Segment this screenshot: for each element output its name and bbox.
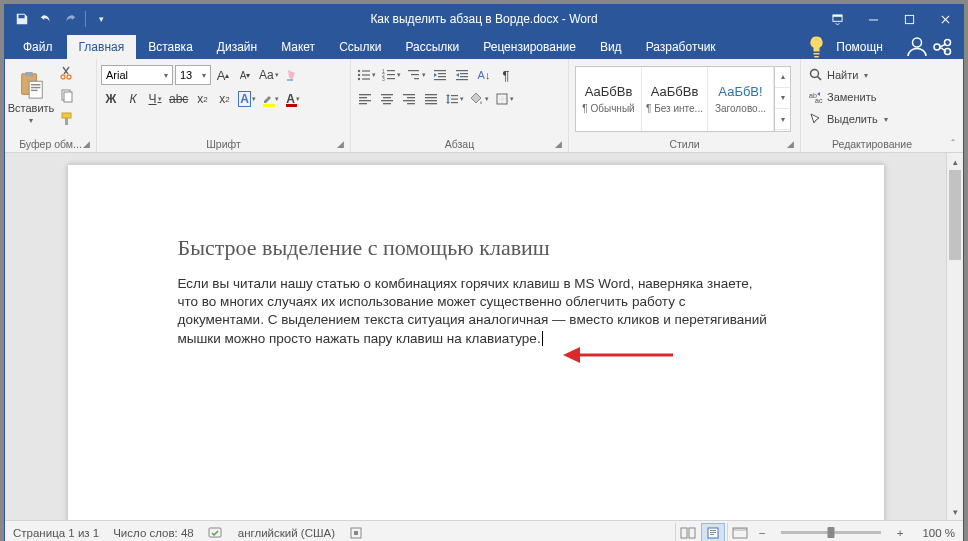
zoom-level[interactable]: 100 % [911, 527, 955, 539]
font-size-combo[interactable]: 13▾ [175, 65, 211, 85]
account-icon[interactable] [905, 35, 929, 59]
tell-me-icon[interactable] [806, 35, 830, 59]
clear-formatting-icon[interactable] [283, 65, 303, 85]
clipboard-dialog-launcher-icon[interactable]: ◢ [83, 139, 90, 149]
multilevel-list-icon[interactable]: ▾ [405, 65, 428, 85]
group-styles: АаБбВв ¶ Обычный АаБбВв ¶ Без инте... Аа… [569, 59, 801, 152]
cut-icon[interactable] [57, 63, 77, 83]
status-macro-icon[interactable] [349, 526, 363, 540]
font-name-combo[interactable]: Arial▾ [101, 65, 173, 85]
bold-button[interactable]: Ж [101, 89, 121, 109]
svg-rect-40 [359, 94, 371, 95]
style-heading1[interactable]: АаБбВ! Заголово... [708, 67, 774, 131]
scroll-down-icon[interactable]: ▾ [947, 503, 963, 520]
shrink-font-icon[interactable]: A▾ [235, 65, 255, 85]
change-case-icon[interactable]: Aa▾ [257, 65, 281, 85]
tab-review[interactable]: Рецензирование [471, 35, 588, 59]
highlight-color-icon[interactable]: ▾ [260, 89, 281, 109]
share-icon[interactable] [931, 35, 955, 59]
style-normal[interactable]: АаБбВв ¶ Обычный [576, 67, 642, 131]
align-left-icon[interactable] [355, 89, 375, 109]
maximize-icon[interactable] [891, 5, 927, 33]
status-proofing-icon[interactable] [208, 526, 224, 540]
page[interactable]: Быстрое выделение с помощью клавиш Если … [68, 165, 884, 520]
align-right-icon[interactable] [399, 89, 419, 109]
strikethrough-button[interactable]: abc [167, 89, 190, 109]
svg-rect-54 [425, 100, 437, 101]
redo-icon[interactable] [59, 8, 81, 30]
undo-icon[interactable] [35, 8, 57, 30]
collapse-ribbon-icon[interactable]: ˆ [943, 59, 963, 152]
tab-developer[interactable]: Разработчик [634, 35, 728, 59]
tab-design[interactable]: Дизайн [205, 35, 269, 59]
svg-point-17 [358, 70, 360, 72]
status-words[interactable]: Число слов: 48 [113, 527, 194, 539]
svg-rect-47 [383, 103, 391, 104]
paragraph-dialog-launcher-icon[interactable]: ◢ [555, 139, 562, 149]
status-page[interactable]: Страница 1 из 1 [13, 527, 99, 539]
replace-button[interactable]: abacЗаменить [807, 87, 878, 107]
styles-more[interactable]: ▴▾▾ [774, 67, 790, 131]
superscript-icon[interactable]: x2 [214, 89, 234, 109]
svg-point-4 [913, 38, 922, 47]
tab-insert[interactable]: Вставка [136, 35, 205, 59]
show-marks-icon[interactable]: ¶ [496, 65, 516, 85]
svg-rect-53 [425, 97, 437, 98]
document-scroll[interactable]: Быстрое выделение с помощью клавиш Если … [5, 153, 946, 520]
increase-indent-icon[interactable] [452, 65, 472, 85]
tab-mailings[interactable]: Рассылки [393, 35, 471, 59]
qat-customize-icon[interactable]: ▾ [90, 8, 112, 30]
zoom-in-icon[interactable]: + [891, 527, 909, 539]
ribbon-tabs: Файл Главная Вставка Дизайн Макет Ссылки… [5, 33, 963, 59]
shading-icon[interactable]: ▾ [468, 89, 491, 109]
style-no-spacing[interactable]: АаБбВв ¶ Без инте... [642, 67, 708, 131]
borders-icon[interactable]: ▾ [493, 89, 516, 109]
view-print-icon[interactable] [701, 523, 725, 542]
subscript-icon[interactable]: x2 [192, 89, 212, 109]
grow-font-icon[interactable]: A▴ [213, 65, 233, 85]
line-spacing-icon[interactable]: ▾ [443, 89, 466, 109]
styles-dialog-launcher-icon[interactable]: ◢ [787, 139, 794, 149]
find-button[interactable]: Найти▾ [807, 65, 870, 85]
justify-icon[interactable] [421, 89, 441, 109]
decrease-indent-icon[interactable] [430, 65, 450, 85]
italic-button[interactable]: К [123, 89, 143, 109]
font-color-icon[interactable]: A▾ [283, 89, 303, 109]
close-icon[interactable] [927, 5, 963, 33]
paste-button[interactable]: Вставить ▾ [9, 63, 53, 131]
tell-me-label[interactable]: Помощн [836, 40, 883, 54]
font-dialog-launcher-icon[interactable]: ◢ [337, 139, 344, 149]
scroll-track[interactable] [947, 170, 963, 503]
view-read-icon[interactable] [675, 523, 699, 542]
vertical-scrollbar[interactable]: ▴ ▾ [946, 153, 963, 520]
format-painter-icon[interactable] [57, 109, 77, 129]
zoom-slider[interactable] [781, 531, 881, 534]
svg-point-21 [358, 78, 360, 80]
tab-layout[interactable]: Макет [269, 35, 327, 59]
text-effects-icon[interactable]: A▾ [236, 89, 258, 109]
save-icon[interactable] [11, 8, 33, 30]
view-web-icon[interactable] [727, 523, 751, 542]
ribbon-options-icon[interactable] [819, 5, 855, 33]
title-bar: ▾ Как выделить абзац в Ворде.docx - Word [5, 5, 963, 33]
numbering-icon[interactable]: 123▾ [380, 65, 403, 85]
tab-home[interactable]: Главная [67, 35, 137, 59]
underline-button[interactable]: Ч▾ [145, 89, 165, 109]
bullets-icon[interactable]: ▾ [355, 65, 378, 85]
minimize-icon[interactable] [855, 5, 891, 33]
tab-view[interactable]: Вид [588, 35, 634, 59]
tab-references[interactable]: Ссылки [327, 35, 393, 59]
scroll-thumb[interactable] [949, 170, 961, 260]
zoom-out-icon[interactable]: − [753, 527, 771, 539]
sort-icon[interactable]: A↓ [474, 65, 494, 85]
svg-rect-32 [434, 70, 446, 71]
document-paragraph[interactable]: Если вы читали нашу статью о комбинациях… [178, 275, 774, 348]
scroll-up-icon[interactable]: ▴ [947, 153, 963, 170]
select-button[interactable]: Выделить▾ [807, 109, 890, 129]
tab-file[interactable]: Файл [9, 35, 67, 59]
document-heading[interactable]: Быстрое выделение с помощью клавиш [178, 235, 774, 261]
align-center-icon[interactable] [377, 89, 397, 109]
status-language[interactable]: английский (США) [238, 527, 335, 539]
copy-icon[interactable] [57, 86, 77, 106]
svg-rect-15 [62, 113, 71, 118]
